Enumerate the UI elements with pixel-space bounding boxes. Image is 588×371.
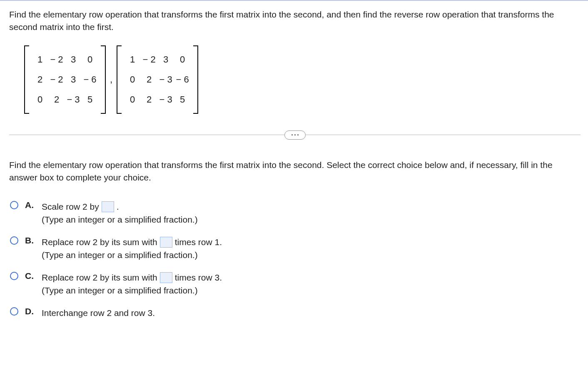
matrix-2-cell: − 2: [143, 54, 156, 65]
choice-a-post: .: [117, 200, 119, 213]
matrix-1-cell: 5: [87, 94, 92, 105]
choice-c-post: times row 3.: [175, 271, 222, 284]
matrix-2-cell: − 6: [176, 74, 189, 85]
answer-box-b[interactable]: [160, 237, 172, 248]
matrix-1-cell: − 2: [50, 74, 63, 85]
choice-body-d: Interchange row 2 and row 3.: [42, 306, 581, 320]
matrix-2-cell: 2: [147, 94, 152, 105]
choice-body-c: Replace row 2 by its sum with times row …: [42, 271, 581, 297]
choice-letter-a: A.: [25, 200, 35, 210]
choice-a-hint: (Type an integer or a simplified fractio…: [42, 213, 581, 226]
bracket-right: [193, 45, 198, 114]
choice-a[interactable]: A. Scale row 2 by . (Type an integer or …: [10, 200, 581, 226]
matrix-2-cell: 0: [180, 54, 185, 65]
choice-c-pre: Replace row 2 by its sum with: [42, 271, 157, 284]
matrix-separator: ,: [110, 74, 112, 85]
matrix-1-grid: 1 − 2 3 0 2 − 2 3 − 6 0 2 − 3 5: [28, 48, 102, 111]
choice-letter-b: B.: [25, 236, 35, 246]
choices-group: A. Scale row 2 by . (Type an integer or …: [10, 200, 581, 320]
choice-d-text: Interchange row 2 and row 3.: [42, 308, 155, 318]
radio-d[interactable]: [10, 307, 18, 316]
question-stem: Find the elementary row operation that t…: [9, 8, 581, 34]
matrix-1-cell: 3: [71, 74, 76, 85]
matrix-1-cell: − 3: [67, 94, 80, 105]
matrix-1-cell: 1: [37, 54, 42, 65]
matrix-2: 1 − 2 3 0 0 2 − 3 − 6 0 2 − 3 5: [117, 45, 198, 114]
choice-body-b: Replace row 2 by its sum with times row …: [42, 236, 581, 262]
choice-b-pre: Replace row 2 by its sum with: [42, 236, 157, 249]
choice-d[interactable]: D. Interchange row 2 and row 3.: [10, 306, 581, 320]
matrix-1-cell: − 2: [50, 54, 63, 65]
choice-c-hint: (Type an integer or a simplified fractio…: [42, 284, 581, 297]
matrix-2-cell: 0: [130, 94, 135, 105]
matrix-1-cell: 0: [37, 94, 42, 105]
divider-line: [306, 135, 581, 135]
matrix-1-cell: 2: [54, 94, 59, 105]
matrix-1: 1 − 2 3 0 2 − 2 3 − 6 0 2 − 3 5: [24, 45, 106, 114]
bracket-right: [101, 45, 106, 114]
matrix-2-grid: 1 − 2 3 0 0 2 − 3 − 6 0 2 − 3 5: [121, 48, 194, 111]
answer-box-a[interactable]: [102, 201, 114, 212]
answer-box-c[interactable]: [160, 272, 172, 283]
matrix-2-cell: 3: [163, 54, 168, 65]
radio-a[interactable]: [10, 201, 18, 209]
choice-a-line1: Scale row 2 by .: [42, 200, 581, 213]
matrix-2-cell: 5: [180, 94, 185, 105]
sub-question-stem: Find the elementary row operation that t…: [9, 159, 581, 184]
matrix-2-cell: 1: [130, 54, 135, 65]
matrix-1-cell: − 6: [83, 74, 96, 85]
choice-c-line1: Replace row 2 by its sum with times row …: [42, 271, 581, 284]
choice-b-line1: Replace row 2 by its sum with times row …: [42, 236, 581, 249]
bracket-left: [117, 45, 122, 114]
choice-a-pre: Scale row 2 by: [42, 200, 99, 213]
bracket-left: [24, 45, 29, 114]
ellipsis-icon[interactable]: [284, 130, 306, 140]
matrix-2-cell: 2: [147, 74, 152, 85]
choice-c[interactable]: C. Replace row 2 by its sum with times r…: [10, 271, 581, 297]
choice-b-hint: (Type an integer or a simplified fractio…: [42, 248, 581, 262]
choice-letter-c: C.: [25, 271, 35, 281]
page: Find the elementary row operation that t…: [0, 0, 588, 332]
choice-body-a: Scale row 2 by . (Type an integer or a s…: [42, 200, 581, 226]
choice-b[interactable]: B. Replace row 2 by its sum with times r…: [10, 236, 581, 262]
choice-letter-d: D.: [25, 306, 35, 316]
matrices-row: 1 − 2 3 0 2 − 2 3 − 6 0 2 − 3 5 ,: [24, 45, 581, 114]
matrix-1-cell: 0: [87, 54, 92, 65]
choice-b-post: times row 1.: [175, 236, 222, 249]
matrix-1-cell: 3: [71, 54, 76, 65]
divider-line: [9, 135, 284, 135]
section-divider: [9, 130, 581, 140]
matrix-2-cell: − 3: [159, 74, 172, 85]
radio-b[interactable]: [10, 236, 18, 245]
radio-c[interactable]: [10, 272, 18, 280]
matrix-1-cell: 2: [37, 74, 42, 85]
top-rule: [0, 0, 588, 1]
matrix-2-cell: 0: [130, 74, 135, 85]
matrix-2-cell: − 3: [159, 94, 172, 105]
content-area: Find the elementary row operation that t…: [0, 8, 588, 332]
